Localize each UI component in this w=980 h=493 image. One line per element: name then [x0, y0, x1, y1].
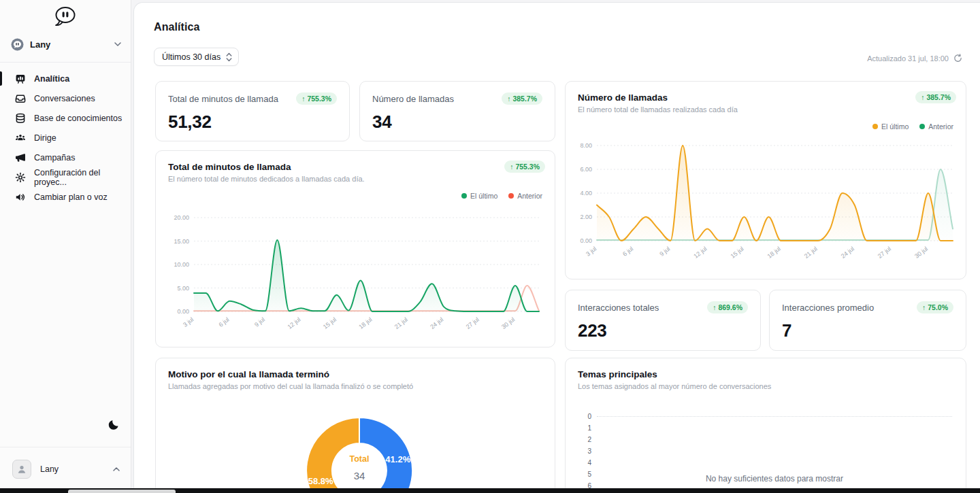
workspace-avatar: [11, 38, 24, 51]
sidebar-nav: Analítica Conversaciones Base de conocim…: [0, 69, 131, 207]
sidebar-item-label: Base de conocimientos: [34, 114, 122, 123]
svg-text:30 jul: 30 jul: [913, 245, 929, 260]
stat-title: Interacciones promedio: [782, 303, 874, 313]
app-logo: [0, 0, 131, 29]
svg-text:0.00: 0.00: [177, 308, 189, 315]
sidebar-item-cambiar-plan-o-voz[interactable]: Cambiar plan o voz: [0, 187, 131, 207]
stat-card-interacciones-totales: Interacciones totales ↑ 869.6% 223: [565, 290, 761, 351]
svg-text:5.00: 5.00: [177, 285, 189, 292]
chart-card-minutos: Total de minutos de llamada El número to…: [155, 150, 555, 347]
chart-card-temas: Temas principales Los temas asignados al…: [565, 358, 966, 493]
legend-label: Anterior: [517, 192, 542, 200]
sidebar-item-campanas[interactable]: Campañas: [0, 148, 131, 167]
svg-text:0.00: 0.00: [580, 237, 592, 244]
legend-dot: [919, 124, 925, 129]
sidebar-item-configuracion[interactable]: Configuración del proyec...: [0, 167, 131, 187]
chart-card-motivo: Motivo por el cual la llamada terminó Ll…: [155, 358, 555, 493]
page-title: Analítica: [154, 21, 200, 33]
y-axis-ticks: 0123456: [582, 413, 591, 493]
chart-title: Número de llamadas: [578, 92, 953, 103]
svg-text:41.2%: 41.2%: [385, 454, 410, 464]
legend-item: Anterior: [919, 122, 953, 131]
svg-text:10.00: 10.00: [174, 261, 189, 268]
legend-dot: [508, 193, 514, 199]
minutes-area-chart[interactable]: 0.005.0010.0015.0020.003 jul6 jul9 jul12…: [156, 203, 556, 348]
legend-item: El último: [461, 192, 497, 200]
sidebar: Lany Analítica C: [0, 0, 131, 493]
sidebar-item-label: Cambiar plan o voz: [34, 192, 108, 202]
svg-text:6.00: 6.00: [580, 166, 592, 173]
svg-text:9 jul: 9 jul: [253, 316, 266, 328]
stat-card-interacciones-promedio: Interacciones promedio ↑ 75.0% 7: [769, 290, 966, 351]
gridline: [597, 416, 952, 417]
stat-badge: ↑ 75.0%: [917, 301, 953, 313]
main-panel: Analítica Últimos 30 días Actualizado 31…: [133, 2, 980, 493]
updown-chevron-icon: [226, 52, 232, 62]
svg-text:3 jul: 3 jul: [182, 316, 195, 328]
svg-text:18 jul: 18 jul: [766, 245, 782, 260]
date-range-value: Últimos 30 días: [162, 52, 220, 62]
sidebar-footer-divider: [0, 447, 131, 447]
sidebar-item-label: Analítica: [34, 74, 69, 84]
chart-subtitle: El número total de minutos dedicados a l…: [168, 175, 542, 183]
svg-text:30 jul: 30 jul: [500, 316, 516, 330]
calls-area-chart[interactable]: 0.002.004.006.008.003 jul6 jul9 jul12 ju…: [566, 133, 967, 280]
chart-title: Total de minutos de llamada: [168, 162, 542, 172]
person-icon: [16, 464, 27, 475]
date-range-select[interactable]: Últimos 30 días: [154, 48, 239, 66]
svg-text:24 jul: 24 jul: [429, 316, 444, 330]
gear-icon: [15, 172, 26, 183]
sidebar-divider: [0, 62, 131, 63]
svg-text:12 jul: 12 jul: [286, 316, 301, 330]
y-tick-label: 0: [582, 413, 591, 424]
chart-subtitle: El número total de llamadas realizadas c…: [578, 105, 953, 114]
sidebar-item-analitica[interactable]: Analítica: [0, 69, 131, 88]
stat-value: 7: [782, 320, 953, 341]
legend-label: El último: [881, 122, 909, 131]
svg-text:20.00: 20.00: [174, 214, 189, 221]
svg-text:12 jul: 12 jul: [692, 245, 708, 260]
chevron-up-icon: [113, 467, 120, 471]
stat-card-numero-llamadas: Número de llamadas ↑ 385.7% 34: [359, 81, 555, 141]
svg-text:3 jul: 3 jul: [585, 245, 598, 258]
people-icon: [15, 133, 26, 143]
speaker-icon: [15, 192, 26, 203]
y-tick-label: 5: [582, 471, 591, 482]
svg-text:21 jul: 21 jul: [803, 245, 819, 260]
avatar: [12, 460, 31, 479]
database-icon: [15, 113, 26, 124]
stat-title: Número de llamadas: [372, 94, 454, 104]
svg-text:Total: Total: [350, 454, 370, 464]
svg-text:18 jul: 18 jul: [357, 316, 373, 330]
speech-bubble-logo-icon: [51, 5, 80, 29]
svg-text:8.00: 8.00: [580, 142, 592, 149]
taskbar-window-tab[interactable]: [68, 490, 176, 493]
sidebar-item-base-de-conocimientos[interactable]: Base de conocimientos: [0, 108, 131, 128]
workspace-name: Lany: [30, 39, 108, 50]
legend-item: El último: [872, 122, 909, 131]
y-tick-label: 1: [582, 424, 591, 436]
end-reason-donut-chart[interactable]: 41.2%58.8%Total34: [156, 358, 556, 493]
y-tick-label: 2: [582, 436, 591, 447]
dark-mode-toggle[interactable]: [108, 418, 122, 432]
sidebar-item-dirige[interactable]: Dirige: [0, 128, 131, 148]
svg-text:6 jul: 6 jul: [621, 245, 634, 258]
last-updated: Actualizado 31 jul, 18:00: [867, 54, 962, 63]
sidebar-item-label: Conversaciones: [34, 94, 95, 103]
chart-legend: El último Anterior: [461, 192, 542, 200]
chart-badge: ↑ 385.7%: [915, 91, 956, 103]
refresh-icon[interactable]: [953, 54, 962, 63]
last-updated-text: Actualizado 31 jul, 18:00: [867, 54, 949, 63]
legend-label: El último: [470, 192, 497, 200]
workspace-selector[interactable]: Lany: [0, 35, 131, 53]
sidebar-item-label: Dirige: [34, 133, 56, 143]
legend-label: Anterior: [928, 122, 953, 131]
svg-text:6 jul: 6 jul: [218, 316, 231, 328]
sidebar-item-conversaciones[interactable]: Conversaciones: [0, 88, 131, 108]
chart-badge: ↑ 755.3%: [504, 160, 545, 173]
user-menu[interactable]: Lany: [0, 457, 131, 481]
svg-text:58.8%: 58.8%: [308, 476, 333, 486]
chart-card-llamadas: Número de llamadas El número total de ll…: [565, 81, 966, 279]
empty-state-message: No hay suficientes datos para mostrar: [597, 474, 952, 483]
svg-text:15.00: 15.00: [174, 238, 189, 245]
